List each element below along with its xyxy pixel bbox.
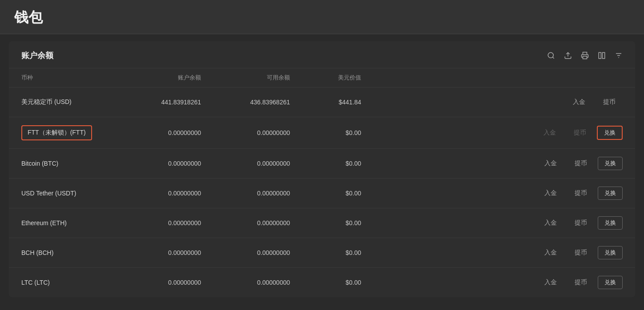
currency-cell: Bitcoin (BTC) bbox=[9, 149, 125, 179]
currency-cell: BCH (BCH) bbox=[9, 238, 125, 268]
actions-cell: 入金提币兑换 bbox=[374, 268, 635, 298]
actions-cell: 入金提币 bbox=[374, 87, 635, 117]
actions-cell: 入金提币兑换 bbox=[374, 149, 635, 179]
table-header-row: 币种 账户余额 可用余额 美元价值 bbox=[9, 68, 635, 87]
exchange-button[interactable]: 兑换 bbox=[598, 157, 623, 170]
header-usd: 美元价值 bbox=[302, 68, 374, 87]
balance-cell: 0.00000000 bbox=[125, 117, 213, 149]
svg-rect-4 bbox=[599, 52, 601, 59]
table-row: FTT（未解锁）(FTT)0.000000000.00000000$0.00入金… bbox=[9, 117, 635, 149]
svg-rect-5 bbox=[603, 52, 605, 59]
svg-line-1 bbox=[552, 57, 554, 58]
table-row: Bitcoin (BTC)0.000000000.00000000$0.00入金… bbox=[9, 149, 635, 179]
download-icon[interactable] bbox=[564, 52, 572, 60]
svg-point-0 bbox=[548, 52, 553, 58]
section-title: 账户余额 bbox=[21, 50, 53, 61]
withdraw-button[interactable]: 提币 bbox=[568, 246, 594, 259]
balance-cell: 441.83918261 bbox=[125, 87, 213, 117]
currency-cell: USD Tether (USDT) bbox=[9, 179, 125, 208]
ftt-name-wrapper: FTT（未解锁）(FTT) bbox=[21, 125, 92, 140]
available-cell: 436.83968261 bbox=[213, 87, 302, 117]
balance-cell: 0.00000000 bbox=[125, 238, 213, 268]
exchange-button[interactable]: 兑换 bbox=[598, 276, 623, 289]
usd-value-cell: $0.00 bbox=[302, 268, 374, 298]
table-row: Ethereum (ETH)0.000000000.00000000$0.00入… bbox=[9, 208, 635, 238]
currency-cell: FTT（未解锁）(FTT) bbox=[9, 117, 125, 149]
withdraw-button[interactable]: 提币 bbox=[568, 276, 594, 289]
actions-cell: 入金提币兑换 bbox=[374, 179, 635, 208]
balance-cell: 0.00000000 bbox=[125, 268, 213, 298]
header-available: 可用余额 bbox=[213, 68, 302, 87]
deposit-button[interactable]: 入金 bbox=[566, 95, 592, 109]
usd-value-cell: $0.00 bbox=[302, 238, 374, 268]
withdraw-button[interactable]: 提币 bbox=[596, 95, 623, 109]
usd-value-cell: $0.00 bbox=[302, 179, 374, 208]
usd-value-cell: $0.00 bbox=[302, 117, 374, 149]
deposit-button[interactable]: 入金 bbox=[537, 276, 564, 289]
currency-cell: 美元稳定币 (USD) bbox=[9, 87, 125, 117]
exchange-button[interactable]: 兑换 bbox=[598, 216, 623, 230]
table-row: LTC (LTC)0.000000000.00000000$0.00入金提币兑换 bbox=[9, 268, 635, 298]
available-cell: 0.00000000 bbox=[213, 149, 302, 179]
available-cell: 0.00000000 bbox=[213, 179, 302, 208]
available-cell: 0.00000000 bbox=[213, 268, 302, 298]
table-row: BCH (BCH)0.000000000.00000000$0.00入金提币兑换 bbox=[9, 238, 635, 268]
balance-cell: 0.00000000 bbox=[125, 208, 213, 238]
deposit-button[interactable]: 入金 bbox=[537, 187, 564, 200]
svg-rect-3 bbox=[583, 56, 587, 59]
deposit-button[interactable]: 入金 bbox=[537, 157, 564, 170]
exchange-button[interactable]: 兑换 bbox=[598, 246, 623, 259]
usd-value-cell: $0.00 bbox=[302, 149, 374, 179]
exchange-button[interactable]: 兑换 bbox=[598, 187, 623, 200]
table-row: 美元稳定币 (USD)441.83918261436.83968261$441.… bbox=[9, 87, 635, 117]
withdraw-button[interactable]: 提币 bbox=[568, 157, 594, 170]
exchange-button[interactable]: 兑换 bbox=[597, 126, 623, 140]
actions-cell: 入金提币兑换 bbox=[374, 238, 635, 268]
header-currency: 币种 bbox=[9, 68, 125, 87]
section-header: 账户余额 bbox=[9, 41, 635, 68]
page-title: 钱包 bbox=[14, 9, 43, 25]
balance-cell: 0.00000000 bbox=[125, 179, 213, 208]
usd-value-cell: $441.84 bbox=[302, 87, 374, 117]
actions-cell: 入金提币兑换 bbox=[374, 208, 635, 238]
available-cell: 0.00000000 bbox=[213, 208, 302, 238]
search-icon[interactable] bbox=[547, 52, 555, 60]
header-actions bbox=[374, 68, 635, 87]
currency-cell: Ethereum (ETH) bbox=[9, 208, 125, 238]
available-cell: 0.00000000 bbox=[213, 238, 302, 268]
page-header: 钱包 bbox=[0, 0, 644, 34]
balance-cell: 0.00000000 bbox=[125, 149, 213, 179]
withdraw-button[interactable]: 提币 bbox=[568, 216, 594, 230]
main-content: 账户余额 bbox=[9, 41, 635, 297]
actions-cell: 入金提币兑换 bbox=[374, 117, 635, 149]
table-row: USD Tether (USDT)0.000000000.00000000$0.… bbox=[9, 179, 635, 208]
print-icon[interactable] bbox=[581, 52, 589, 60]
usd-value-cell: $0.00 bbox=[302, 208, 374, 238]
deposit-button[interactable]: 入金 bbox=[537, 246, 564, 259]
header-balance: 账户余额 bbox=[125, 68, 213, 87]
deposit-button[interactable]: 入金 bbox=[536, 126, 563, 139]
available-cell: 0.00000000 bbox=[213, 117, 302, 149]
currency-cell: LTC (LTC) bbox=[9, 268, 125, 298]
withdraw-button[interactable]: 提币 bbox=[567, 126, 593, 139]
deposit-button[interactable]: 入金 bbox=[537, 216, 564, 230]
toolbar-icons bbox=[547, 52, 623, 60]
filter-icon[interactable] bbox=[615, 52, 623, 60]
balance-table: 币种 账户余额 可用余额 美元价值 美元稳定币 (USD)441.8391826… bbox=[9, 68, 635, 297]
columns-icon[interactable] bbox=[598, 52, 606, 60]
withdraw-button[interactable]: 提币 bbox=[568, 187, 594, 200]
